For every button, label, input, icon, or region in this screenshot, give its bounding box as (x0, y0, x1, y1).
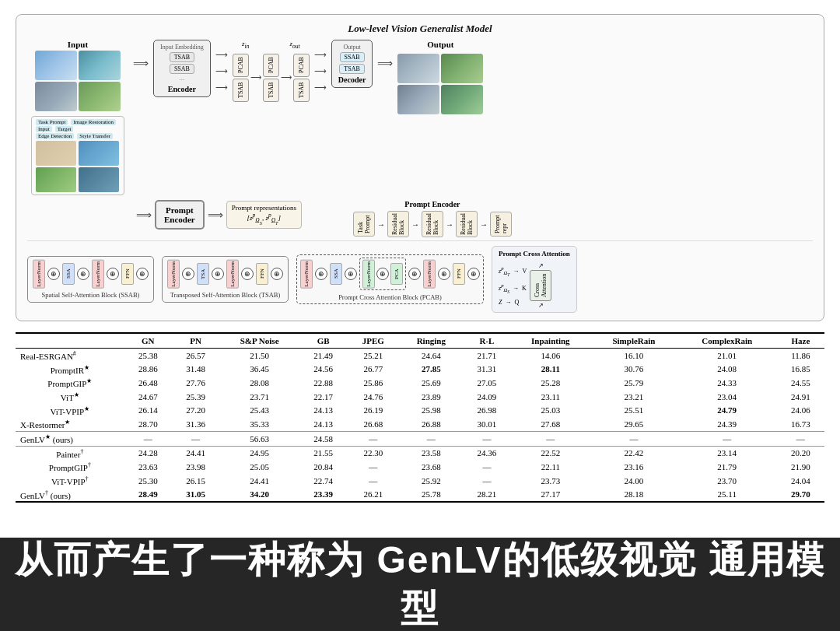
val-cell: 23.21 (590, 390, 677, 404)
val-cell: 24.06 (777, 404, 824, 418)
val-cell: 25.03 (511, 404, 591, 418)
method-cell: ViT-VPIP† (16, 474, 124, 488)
val-cell: 25.69 (399, 376, 463, 390)
input-img-4 (79, 82, 121, 111)
val-cell: 28.86 (124, 363, 172, 377)
method-cell: GenLV† (ours) (16, 488, 124, 503)
method-cell: PromptIR★ (16, 363, 124, 377)
middle-arrows: ⟶ ⟶ ⟶ (215, 40, 228, 102)
tsab-layernorm-1: LayerNorm (167, 260, 180, 289)
tsab-dec-box: TSAB (339, 64, 364, 74)
val-cell: 25.78 (399, 488, 463, 503)
tsab-op-3: ⊕ (241, 268, 254, 280)
val-cell: 25.98 (399, 404, 463, 418)
col-pn: PN (172, 333, 219, 349)
val-cell: 23.98 (172, 460, 219, 474)
prompt-img-1 (36, 141, 76, 166)
val-cell: 25.92 (399, 474, 463, 488)
pcab-label: Prompt Cross Attention Block (PCAB) (338, 293, 442, 301)
input-embedding-label: Input Embedding (160, 44, 204, 51)
input-img-1 (35, 51, 77, 80)
val-cell: 24.58 (299, 431, 347, 446)
ssab-op-1: ⊕ (47, 268, 60, 280)
val-cell: 26.48 (124, 376, 172, 390)
table-row: Real-ESRGAN# 25.38 26.57 21.50 21.49 25.… (16, 349, 824, 363)
pcab-ffn: FFN (453, 263, 465, 285)
table-row: Painter† 24.28 24.41 24.95 21.55 22.30 2… (16, 446, 824, 460)
val-cell-bold: 28.49 (124, 488, 172, 503)
val-cell-bold: 28.11 (511, 363, 591, 377)
val-cell: 22.52 (511, 446, 591, 460)
col-jpeg: JPEG (347, 333, 399, 349)
val-cell: 24.76 (347, 390, 399, 404)
val-cell: 24.91 (777, 390, 824, 404)
val-cell: 21.49 (299, 349, 347, 363)
val-cell: 20.20 (777, 446, 824, 460)
val-cell: 23.73 (511, 474, 591, 488)
val-cell: 24.13 (299, 417, 347, 431)
val-cell: 24.56 (299, 363, 347, 377)
val-cell: 25.79 (590, 376, 677, 390)
pcab-3: PCAB (293, 54, 310, 77)
val-cell: 25.43 (219, 404, 299, 418)
val-cell: 30.76 (590, 363, 677, 377)
val-cell: 27.68 (511, 417, 591, 431)
val-cell: 23.58 (399, 446, 463, 460)
val-cell: 31.36 (172, 417, 219, 431)
val-cell: 25.30 (124, 474, 172, 488)
decoder-title: Decoder (338, 75, 366, 84)
val-cell: 24.00 (590, 474, 677, 488)
val-cell: 23.63 (124, 460, 172, 474)
val-cell-bold: 34.20 (219, 488, 299, 503)
ssab-ffn: FFN (121, 263, 134, 285)
val-cell: 25.51 (590, 404, 677, 418)
table-row: PromptGIP★ 26.48 27.76 28.08 22.88 25.86… (16, 376, 824, 390)
col-ringing: Ringing (399, 333, 463, 349)
val-cell: 26.14 (124, 404, 172, 418)
col-haze: Haze (777, 333, 824, 349)
table-section: GN PN S&P Noise GB JPEG Ringing R-L Inpa… (16, 332, 824, 503)
val-cell: 28.21 (463, 488, 510, 503)
val-cell: 24.08 (677, 363, 777, 377)
decoder-area: Output SSAB TSAB Decoder (331, 40, 373, 88)
input-block: Input (35, 40, 121, 111)
val-cell: 23.14 (677, 446, 777, 460)
val-cell: 16.85 (777, 363, 824, 377)
val-cell-bold: 24.79 (677, 404, 777, 418)
pcab-op-2: ⊕ (345, 268, 357, 280)
val-cell: 24.95 (219, 446, 299, 460)
val-cell: 11.86 (777, 349, 824, 363)
val-cell: — (677, 431, 777, 446)
val-cell: 31.31 (463, 363, 510, 377)
val-cell: 23.16 (590, 460, 677, 474)
z-out-label: zout (289, 40, 299, 50)
val-cell: 24.13 (299, 404, 347, 418)
table-row: X-Restormer★ 28.70 31.36 35.33 24.13 26.… (16, 417, 824, 431)
ssab-box: SSAB (170, 64, 194, 74)
col-gb: GB (299, 333, 347, 349)
ssab-layernorm-1: LayerNorm (33, 260, 45, 289)
val-cell: — (347, 431, 399, 446)
val-cell: 56.63 (219, 431, 299, 446)
val-cell: 36.45 (219, 363, 299, 377)
tsab-label: Transposed Self-Attention Block (TSAB) (170, 291, 281, 299)
tsab-1: TSAB (233, 79, 249, 102)
prompt-encoder-right-label: Prompt Encoder (353, 200, 512, 209)
val-cell-bold: 29.70 (777, 488, 824, 503)
val-cell: 16.73 (777, 417, 824, 431)
val-cell: 23.89 (399, 390, 463, 404)
val-cell: 26.15 (172, 474, 219, 488)
pcab-1: PCAB (233, 54, 249, 77)
input-img-2 (79, 51, 121, 80)
pcab-block-diagram: LayerNorm ⊕ SSA ⊕ LayerNorm ⊕ PCA ⊕ Laye… (296, 254, 484, 305)
val-cell: 29.65 (590, 417, 677, 431)
val-cell: 21.01 (677, 349, 777, 363)
ssab-op-3: ⊕ (107, 268, 119, 280)
val-cell: 30.01 (463, 417, 510, 431)
val-cell: — (463, 474, 510, 488)
val-cell: 25.21 (347, 349, 399, 363)
val-cell: 25.38 (124, 349, 172, 363)
ssab-layernorm-2: LayerNorm (92, 260, 104, 289)
ssab-op-2: ⊕ (77, 268, 89, 280)
val-cell: 24.41 (219, 474, 299, 488)
